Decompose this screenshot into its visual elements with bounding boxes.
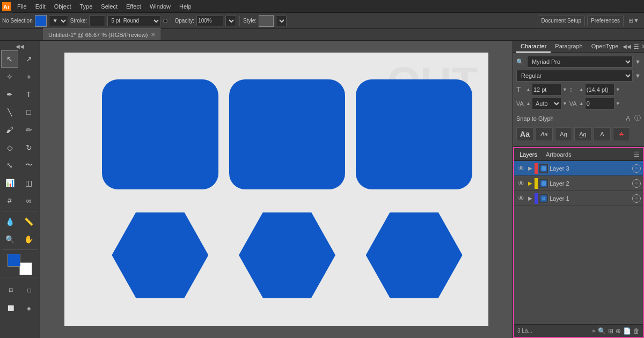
layer-eye-1[interactable]: 👁	[516, 194, 526, 203]
font-size-input[interactable]	[532, 84, 561, 95]
pen-tool[interactable]: ✒	[1, 86, 18, 103]
magic-wand-tool[interactable]: ✧	[1, 68, 18, 85]
layer-row[interactable]: 👁 ▶ Layer 1 ○	[514, 191, 643, 206]
style-btn-bold[interactable]: Aa	[516, 127, 533, 141]
kerning-select[interactable]: Auto	[532, 98, 561, 109]
tracking-spinup[interactable]: ▲	[579, 101, 584, 106]
change-screen-tool[interactable]: ⬜	[2, 299, 19, 317]
layers-menu-icon[interactable]: ☰	[634, 151, 640, 158]
font-style-select[interactable]: Regular	[516, 70, 633, 82]
foreground-swatch[interactable]	[8, 254, 20, 267]
document-tab[interactable]: Untitled-1* @ 66.67 % (RGB/Preview) ✕	[43, 28, 161, 40]
shape-hexagon-3[interactable]	[366, 212, 463, 298]
menu-edit[interactable]: Edit	[31, 0, 50, 13]
paintbrush-tool[interactable]: 🖌	[1, 121, 18, 138]
stroke-input[interactable]	[89, 16, 105, 26]
menu-object[interactable]: Object	[50, 0, 76, 13]
graph-tool[interactable]: 📊	[1, 174, 18, 192]
menu-help[interactable]: Help	[175, 0, 196, 13]
style-btn-ag2[interactable]: Ag	[574, 127, 591, 141]
panel-expand-icon[interactable]: ◀◀	[623, 43, 631, 49]
new-sublayer-btn[interactable]: ⊕	[616, 327, 621, 335]
shape-rounded-rect-1[interactable]	[102, 79, 218, 189]
shape-hexagon-1[interactable]	[112, 212, 208, 298]
layer-arrow-2[interactable]: ▶	[527, 179, 533, 188]
style-btn-a-strike[interactable]: A	[613, 127, 630, 141]
style-btn-ag1[interactable]: Ag	[555, 127, 572, 141]
lasso-tool[interactable]: ⌖	[20, 68, 38, 85]
layer-eye-2[interactable]: 👁	[516, 179, 526, 188]
gradient-tool[interactable]: ◫	[20, 174, 38, 192]
hand-tool[interactable]: ✋	[20, 231, 38, 248]
style-swatch[interactable]	[259, 15, 274, 27]
stroke-size-select[interactable]: 5 pt. Round	[107, 16, 161, 26]
layer-row[interactable]: 👁 ▶ Layer 3 ○	[514, 161, 643, 176]
opacity-input[interactable]	[196, 16, 223, 26]
menu-effect[interactable]: Effect	[122, 0, 145, 13]
type-tool[interactable]: T	[20, 86, 38, 103]
font-family-arrow[interactable]: ▼	[635, 58, 641, 65]
tab-character[interactable]: Character	[516, 41, 551, 53]
panel-menu-icon[interactable]: ☰	[633, 43, 639, 50]
eraser-tool[interactable]: ◇	[1, 139, 18, 156]
rotate-tool[interactable]: ↻	[20, 139, 38, 156]
doc-setup-button[interactable]: Document Setup	[538, 16, 586, 26]
preferences-button[interactable]: Preferences	[587, 16, 624, 26]
layer-row[interactable]: 👁 ▶ Layer 2 ○	[514, 176, 643, 191]
leading-spinup[interactable]: ▲	[579, 87, 584, 92]
rect-tool[interactable]: □	[20, 104, 38, 121]
leading-spindown[interactable]: ▼	[616, 87, 620, 92]
direct-select-tool[interactable]: ↗	[20, 50, 38, 68]
screen-mode-tool[interactable]: ⊡	[2, 281, 19, 298]
layer-circle-1[interactable]: ○	[632, 194, 641, 203]
eyedropper-tool[interactable]: 💧	[1, 213, 18, 230]
style-select[interactable]: ▼	[276, 16, 287, 26]
extra-tool[interactable]: ◈	[20, 299, 38, 317]
menu-window[interactable]: Window	[145, 0, 175, 13]
opacity-select[interactable]: ▼	[225, 16, 236, 26]
layer-arrow-1[interactable]: ▶	[527, 194, 533, 203]
background-swatch[interactable]	[19, 262, 32, 275]
locate-object-btn[interactable]: ⌖	[592, 327, 596, 335]
fill-select[interactable]: ▼	[49, 16, 68, 26]
kerning-spindown[interactable]: ▼	[562, 101, 567, 106]
snap-info-icon[interactable]: ⓘ	[634, 114, 641, 123]
menu-file[interactable]: File	[13, 0, 31, 13]
tab-close[interactable]: ✕	[151, 32, 155, 38]
arrange-icon[interactable]: ⊞▼	[626, 17, 642, 24]
move-to-new-btn[interactable]: ⊞	[608, 327, 613, 335]
zoom-tool[interactable]: 🔍	[1, 231, 18, 248]
layer-arrow-3[interactable]: ▶	[527, 164, 533, 173]
style-btn-italic[interactable]: Aa	[536, 127, 553, 141]
layer-circle-2[interactable]: ○	[632, 179, 641, 188]
blend-tool[interactable]: ∞	[20, 192, 38, 209]
tab-opentype[interactable]: OpenType	[587, 41, 623, 53]
layer-eye-3[interactable]: 👁	[516, 164, 526, 173]
tab-layers[interactable]: Layers	[517, 148, 539, 161]
select-tool[interactable]: ↖	[1, 50, 18, 68]
shape-rounded-rect-3[interactable]	[356, 79, 472, 189]
mesh-tool[interactable]: #	[1, 192, 18, 209]
menu-select[interactable]: Select	[97, 0, 122, 13]
panel-close-icon[interactable]: ✕	[641, 43, 644, 50]
warp-tool[interactable]: 〜	[20, 157, 38, 174]
search-layers-btn[interactable]: 🔍	[598, 327, 606, 335]
tab-artboards[interactable]: Artboards	[544, 148, 574, 161]
font-size-spinup[interactable]: ▲	[526, 87, 531, 92]
new-layer-btn[interactable]: 📄	[623, 327, 631, 335]
measure-tool[interactable]: 📏	[20, 213, 38, 230]
line-tool[interactable]: ╲	[1, 104, 18, 121]
fill-swatch[interactable]	[35, 15, 47, 27]
style-btn-a-caps[interactable]: A	[594, 127, 611, 141]
font-style-arrow[interactable]: ▼	[635, 72, 641, 79]
shape-hexagon-2[interactable]	[239, 212, 335, 298]
kerning-spinup[interactable]: ▲	[526, 101, 531, 106]
tracking-input[interactable]	[585, 98, 614, 109]
leading-input[interactable]	[585, 84, 614, 95]
pencil-tool[interactable]: ✏	[20, 121, 38, 138]
font-size-spindown[interactable]: ▼	[562, 87, 567, 92]
menu-type[interactable]: Type	[76, 0, 97, 13]
draw-mode-tool[interactable]: ◻	[20, 281, 38, 298]
tab-paragraph[interactable]: Paragraph	[551, 41, 587, 53]
tools-collapse[interactable]: ◀◀	[1, 42, 39, 50]
